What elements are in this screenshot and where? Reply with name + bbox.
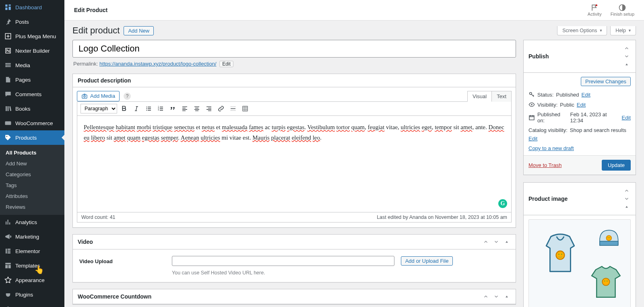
move-to-trash-link[interactable]: Move to Trash <box>528 162 561 168</box>
product-description-box: Product description Add Media ? Visual T… <box>72 74 516 228</box>
catalog-edit-link[interactable]: Edit <box>528 136 631 142</box>
admin-sidebar: DashboardPostsPlus Mega MenuNexter Build… <box>0 0 64 307</box>
product-title-input[interactable] <box>72 40 516 58</box>
sidebar-item-analytics[interactable]: Analytics <box>0 215 64 229</box>
align-right-button[interactable] <box>204 104 214 113</box>
flag-icon <box>590 4 599 12</box>
submenu-item-attributes[interactable]: Attributes <box>0 191 64 202</box>
add-media-button[interactable]: Add Media <box>77 91 120 101</box>
finish-setup-button[interactable]: Finish setup <box>611 4 634 16</box>
sidebar-item-woocommerce[interactable]: WooCommerce <box>0 116 64 130</box>
woo-icon <box>4 119 12 127</box>
copy-draft-link[interactable]: Copy to a new draft <box>528 145 574 151</box>
format-select[interactable]: Paragraph <box>80 104 117 113</box>
svg-point-24 <box>556 251 565 260</box>
permalink-row: Permalink: https://ananda.instawp.xyz/pr… <box>73 61 515 67</box>
align-left-button[interactable] <box>180 104 190 113</box>
sidebar-item-products[interactable]: Products <box>0 130 64 145</box>
align-center-button[interactable] <box>192 104 202 113</box>
users-icon <box>4 305 12 307</box>
move-down-icon[interactable] <box>492 293 500 301</box>
books-icon <box>4 105 12 113</box>
sidebar-item-dashboard[interactable]: Dashboard <box>0 0 64 14</box>
sidebar-item-books[interactable]: Books <box>0 101 64 116</box>
sidebar-item-comments[interactable]: Comments <box>0 87 64 101</box>
elementor-icon <box>4 247 12 255</box>
move-down-icon[interactable] <box>623 52 631 60</box>
published-edit-link[interactable]: Edit <box>622 115 631 121</box>
sidebar-item-posts[interactable]: Posts <box>0 14 64 29</box>
svg-point-28 <box>607 235 612 241</box>
calendar-icon <box>528 114 535 121</box>
sidebar-item-appearance[interactable]: Appearance <box>0 273 64 287</box>
permalink-link[interactable]: https://ananda.instawp.xyz/product/logo-… <box>99 61 217 67</box>
activity-button[interactable]: Activity <box>588 4 602 16</box>
sidebar-item-label: Products <box>15 135 37 141</box>
product-image-thumbnail[interactable] <box>528 219 631 307</box>
comments-icon <box>4 90 12 98</box>
update-button[interactable]: Update <box>602 160 631 171</box>
nexter-icon <box>4 47 12 55</box>
permalink-edit-button[interactable]: Edit <box>219 61 233 67</box>
help-tab[interactable]: Help <box>610 26 636 35</box>
italic-button[interactable] <box>132 104 141 113</box>
sidebar-item-label: Posts <box>15 19 29 25</box>
toggle-icon[interactable] <box>623 203 631 211</box>
submenu-item-reviews[interactable]: Reviews <box>0 202 64 212</box>
submenu-item-tags[interactable]: Tags <box>0 180 64 191</box>
ul-button[interactable] <box>144 104 153 113</box>
tab-text[interactable]: Text <box>491 91 512 102</box>
sidebar-item-templates[interactable]: Templates <box>0 258 64 273</box>
blockquote-button[interactable] <box>168 104 178 113</box>
editor-body[interactable]: Pellentesque habitant morbi tristique se… <box>77 116 512 212</box>
link-button[interactable] <box>216 104 226 113</box>
sidebar-item-marketing[interactable]: Marketing <box>0 229 64 244</box>
move-up-icon[interactable] <box>623 187 631 195</box>
sidebar-item-nexter-builder[interactable]: Nexter Builder <box>0 43 64 58</box>
video-url-input[interactable] <box>172 256 394 266</box>
sidebar-item-label: Elementor <box>15 248 40 254</box>
ol-button[interactable] <box>156 104 165 113</box>
grammarly-icon[interactable]: G <box>498 199 507 208</box>
submenu-item-add-new[interactable]: Add New <box>0 158 64 169</box>
toggle-icon[interactable] <box>503 293 511 301</box>
submenu-item-all-products[interactable]: All Products <box>0 147 64 158</box>
elementor-help-icon[interactable]: ? <box>124 93 131 100</box>
product-image-title: Product image <box>528 196 568 202</box>
sidebar-item-elementor[interactable]: Elementor <box>0 244 64 258</box>
add-upload-file-button[interactable]: Add or Upload File <box>401 256 453 266</box>
video-box: Video Video Upload Add or Upload File Y <box>72 234 516 282</box>
countdown-box-title: WooCommerce Countdown <box>78 293 151 300</box>
sidebar-item-label: Appearance <box>15 277 45 283</box>
move-up-icon[interactable] <box>482 293 490 301</box>
sidebar-item-media[interactable]: Media <box>0 58 64 72</box>
products-icon <box>4 134 12 142</box>
status-edit-link[interactable]: Edit <box>582 92 590 98</box>
toggle-icon[interactable] <box>503 238 511 246</box>
sidebar-item-label: Analytics <box>15 219 37 225</box>
move-up-icon[interactable] <box>482 238 490 246</box>
readmore-button[interactable] <box>228 104 238 113</box>
sidebar-item-label: Nexter Builder <box>15 48 50 54</box>
sidebar-item-plugins[interactable]: Plugins <box>0 287 64 302</box>
tab-visual[interactable]: Visual <box>467 91 492 102</box>
toolbar-toggle-button[interactable] <box>240 104 250 113</box>
move-down-icon[interactable] <box>623 195 631 203</box>
marketing-icon <box>4 233 12 241</box>
bold-button[interactable] <box>120 104 129 113</box>
pin-icon <box>4 18 12 26</box>
move-up-icon[interactable] <box>623 44 631 52</box>
analytics-icon <box>4 218 12 226</box>
move-down-icon[interactable] <box>492 238 500 246</box>
toggle-icon[interactable] <box>623 60 631 68</box>
visibility-edit-link[interactable]: Edit <box>577 102 586 108</box>
preview-changes-button[interactable]: Preview Changes <box>581 77 631 86</box>
sidebar-item-pages[interactable]: Pages <box>0 72 64 87</box>
sidebar-item-users[interactable]: Users <box>0 302 64 307</box>
screen-options-tab[interactable]: Screen Options <box>557 26 607 35</box>
page-icon <box>4 76 12 84</box>
submenu-item-categories[interactable]: Categories <box>0 169 64 180</box>
sidebar-item-plus-mega-menu[interactable]: Plus Mega Menu <box>0 29 64 43</box>
sidebar-item-label: Media <box>15 62 30 68</box>
add-new-button[interactable]: Add New <box>124 26 154 35</box>
